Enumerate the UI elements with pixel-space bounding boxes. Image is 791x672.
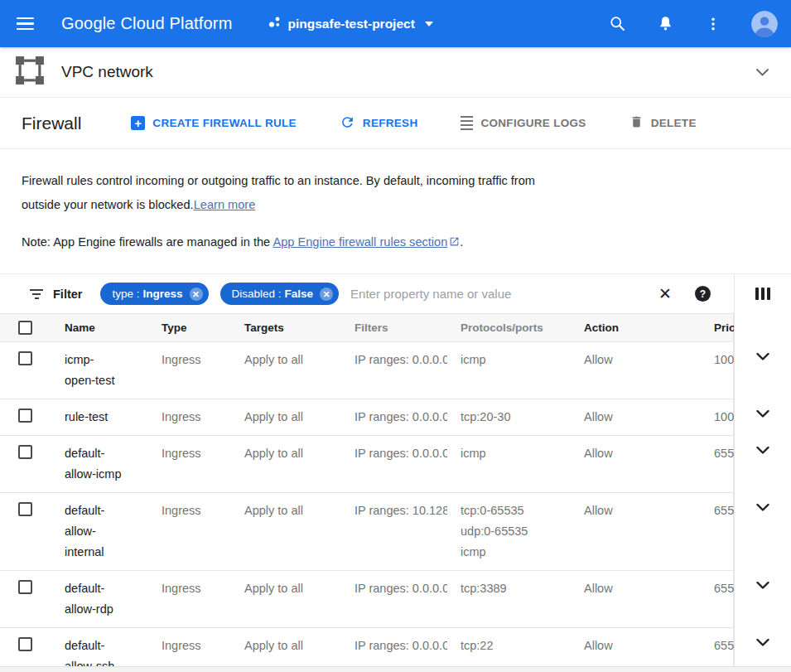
rule-targets: Apply to all <box>244 571 355 627</box>
remove-chip-icon[interactable]: ✕ <box>320 288 333 301</box>
rule-type: Ingress <box>162 436 244 492</box>
logs-list-icon <box>461 116 473 131</box>
app-header: Google Cloud Platform pingsafe-test-proj… <box>0 0 791 47</box>
column-header-type[interactable]: Type <box>162 314 244 341</box>
rule-protocols: tcp:3389 <box>461 571 584 627</box>
rule-filters: IP ranges: 0.0.0.0/0 <box>355 636 447 656</box>
row-checkbox[interactable] <box>18 409 32 423</box>
table-header-row: Name Type Targets Filters Protocols/port… <box>0 313 791 342</box>
firewall-rule-name[interactable]: default-allow-rdp <box>65 571 162 627</box>
refresh-button[interactable]: REFRESH <box>340 114 418 133</box>
column-header-protocols[interactable]: Protocols/ports <box>461 314 584 341</box>
rule-filters: IP ranges: 0.0.0.0/0 <box>355 443 447 464</box>
row-checkbox[interactable] <box>18 351 32 365</box>
column-header-targets[interactable]: Targets <box>244 314 355 341</box>
expand-row-chevron-icon[interactable] <box>756 639 769 646</box>
rule-action: Allow <box>584 399 714 435</box>
row-checkbox[interactable] <box>18 580 32 594</box>
rule-protocols: tcp:0-65535udp:0-65535icmp <box>461 493 584 570</box>
refresh-icon <box>340 114 355 133</box>
more-vert-icon[interactable] <box>703 14 723 34</box>
rule-priority: 65534 <box>714 443 734 464</box>
search-icon[interactable] <box>607 14 627 34</box>
section-collapse-chevron-icon[interactable] <box>755 68 769 76</box>
column-header-action[interactable]: Action <box>584 314 714 341</box>
column-header-filters[interactable]: Filters <box>355 314 461 341</box>
rule-filters: IP ranges: 10.128.0.0/9 <box>355 500 447 521</box>
vpc-network-icon <box>15 56 45 89</box>
column-header-priority[interactable]: Priority <box>714 321 734 335</box>
rule-filters: IP ranges: 0.0.0.0/0 <box>355 578 447 599</box>
rule-action: Allow <box>584 571 714 627</box>
project-icon <box>268 15 282 32</box>
rule-type: Ingress <box>162 571 244 627</box>
rule-action: Allow <box>584 436 714 492</box>
table-row: default-allow-icmp Ingress Apply to all … <box>0 436 791 493</box>
filter-icon <box>30 289 43 299</box>
rule-targets: Apply to all <box>244 436 355 492</box>
app-engine-firewall-link[interactable]: App Engine firewall rules section <box>273 235 447 249</box>
avatar[interactable] <box>751 11 778 37</box>
rule-action: Allow <box>584 342 714 399</box>
brand-title: Google Cloud Platform <box>61 14 233 33</box>
note-text: Note: App Engine firewalls are managed i… <box>22 235 273 249</box>
rule-priority: 1000 <box>714 350 734 370</box>
firewall-rule-name[interactable]: rule-test <box>65 399 162 435</box>
filter-label: Filter <box>53 288 82 301</box>
project-name: pingsafe-test-project <box>288 17 415 31</box>
clear-filters-icon[interactable]: ✕ <box>658 284 672 303</box>
firewall-description: Firewall rules control incoming or outgo… <box>0 149 791 274</box>
column-display-options-icon[interactable] <box>755 288 771 300</box>
gcp-console-window: Google Cloud Platform pingsafe-test-proj… <box>0 0 791 672</box>
delete-button[interactable]: DELETE <box>629 114 697 132</box>
external-link-icon <box>449 231 460 255</box>
configure-logs-button[interactable]: CONFIGURE LOGS <box>461 116 586 131</box>
rule-targets: Apply to all <box>244 399 355 435</box>
firewall-rule-name[interactable]: default-allow-internal <box>65 493 162 570</box>
firewall-toolbar: Firewall + CREATE FIREWALL RULE REFRESH … <box>0 98 791 149</box>
table-row: default-allow-rdp Ingress Apply to all I… <box>0 571 791 628</box>
rule-priority: 65534 <box>714 578 734 599</box>
trash-icon <box>629 114 644 132</box>
table-row: rule-test Ingress Apply to all IP ranges… <box>0 399 791 436</box>
expand-row-chevron-icon[interactable] <box>756 353 769 360</box>
rule-action: Allow <box>584 493 714 570</box>
help-icon[interactable]: ? <box>695 286 711 302</box>
remove-chip-icon[interactable]: ✕ <box>190 288 203 301</box>
firewall-rule-name[interactable]: default-allow-icmp <box>65 436 162 492</box>
table-row: default-allow-internal Ingress Apply to … <box>0 493 791 571</box>
rule-priority: 65534 <box>714 636 734 656</box>
rule-targets: Apply to all <box>244 493 355 570</box>
create-firewall-rule-button[interactable]: + CREATE FIREWALL RULE <box>131 116 297 130</box>
expand-row-chevron-icon[interactable] <box>756 410 769 418</box>
description-text: Firewall rules control incoming or outgo… <box>22 174 535 211</box>
expand-row-chevron-icon[interactable] <box>756 582 769 589</box>
add-icon: + <box>131 116 145 130</box>
row-checkbox[interactable] <box>18 445 32 459</box>
section-header: VPC network <box>0 47 791 98</box>
expand-row-chevron-icon[interactable] <box>756 447 769 454</box>
filter-chip-type-ingress[interactable]: type :Ingress ✕ <box>100 283 208 305</box>
firewall-rule-name[interactable]: icmp-open-test <box>65 342 162 399</box>
chevron-down-icon <box>425 22 433 27</box>
rule-targets: Apply to all <box>244 342 355 399</box>
row-checkbox[interactable] <box>18 502 32 516</box>
project-selector[interactable]: pingsafe-test-project <box>268 15 433 32</box>
rule-filters: IP ranges: 0.0.0.0/0 <box>355 407 447 428</box>
section-title: VPC network <box>61 63 153 81</box>
rule-protocols: icmp <box>461 342 584 399</box>
filter-chip-disabled-false[interactable]: Disabled :False ✕ <box>220 283 340 305</box>
rule-type: Ingress <box>162 493 244 570</box>
menu-icon[interactable] <box>13 6 50 42</box>
filter-input[interactable] <box>350 287 652 301</box>
table-body: icmp-open-test Ingress Apply to all IP r… <box>0 342 791 672</box>
learn-more-link[interactable]: Learn more <box>194 198 256 211</box>
rule-filters: IP ranges: 0.0.0.0/0 <box>355 350 447 370</box>
horizontal-scrollbar-track[interactable] <box>0 666 791 672</box>
column-header-name[interactable]: Name <box>65 314 162 341</box>
select-all-checkbox[interactable] <box>18 321 32 335</box>
notifications-bell-icon[interactable] <box>655 14 675 34</box>
rule-priority: 65534 <box>714 500 734 521</box>
row-checkbox[interactable] <box>18 637 32 651</box>
expand-row-chevron-icon[interactable] <box>756 504 769 511</box>
